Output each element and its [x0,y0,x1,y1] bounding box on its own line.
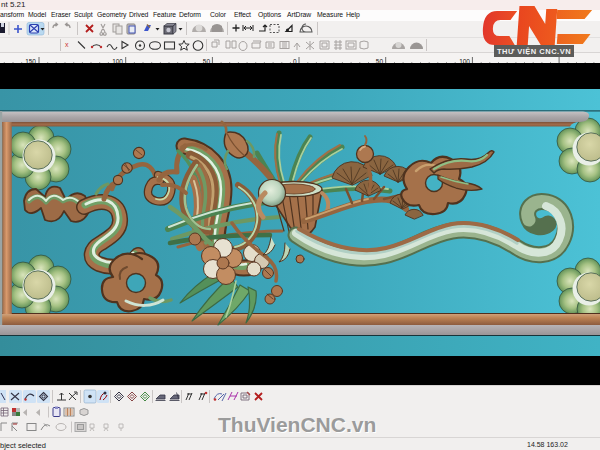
svg-text:x: x [65,41,69,48]
svg-text:THƯ VIỆN CNC.VN: THƯ VIỆN CNC.VN [497,47,571,56]
